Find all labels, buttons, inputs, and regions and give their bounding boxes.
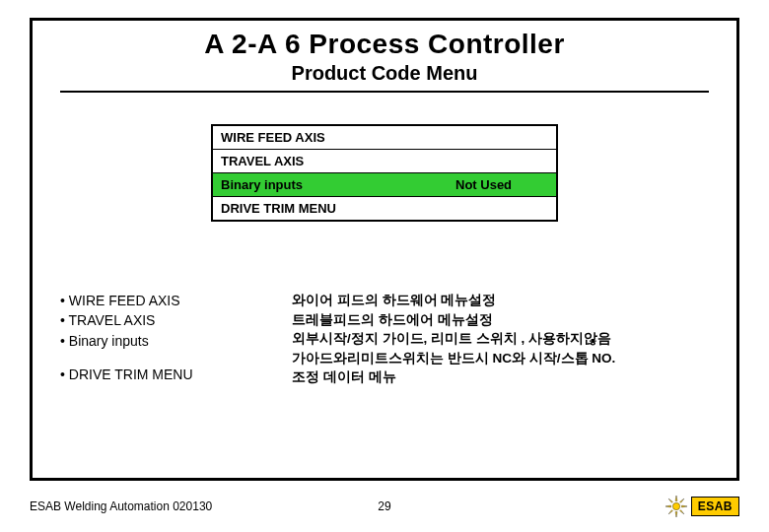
page-number: 29: [355, 499, 414, 513]
page-title: A 2-A 6 Process Controller: [60, 29, 709, 60]
svg-marker-1: [675, 496, 677, 501]
menu-value: [448, 150, 556, 172]
desc-right-line: 조정 데이터 메뉴: [292, 367, 709, 387]
menu-row-drive-trim[interactable]: DRIVE TRIM MENU: [213, 197, 556, 220]
description-block: • WIRE FEED AXIS • TRAVEL AXIS • Binary …: [60, 291, 709, 387]
desc-left-line: • TRAVEL AXIS: [60, 310, 292, 330]
product-code-menu: WIRE FEED AXIS TRAVEL AXIS Binary inputs…: [211, 124, 558, 222]
menu-value: [448, 197, 556, 220]
menu-value: [448, 126, 556, 149]
description-labels: • WIRE FEED AXIS • TRAVEL AXIS • Binary …: [60, 291, 292, 387]
desc-right-line: 트레블피드의 하드에어 메뉴설정: [292, 310, 709, 330]
esab-logo: ESAB: [665, 496, 739, 517]
footer-left-text: ESAB Welding Automation 020130: [30, 499, 355, 513]
desc-left-line: • WIRE FEED AXIS: [60, 291, 292, 310]
title-divider: [60, 91, 709, 93]
description-text: 와이어 피드의 하드웨어 메뉴설정 트레블피드의 하드에어 메뉴설정 외부시작/…: [292, 291, 709, 387]
page-subtitle: Product Code Menu: [60, 62, 709, 85]
menu-label: Binary inputs: [213, 173, 448, 196]
menu-value: Not Used: [448, 173, 556, 196]
desc-right-line: 가아드와리미트스위치는 반드시 NC와 시작/스톱 NO.: [292, 349, 709, 368]
svg-marker-2: [675, 512, 677, 518]
svg-marker-6: [679, 510, 683, 514]
desc-left-gap: [60, 351, 292, 365]
svg-marker-4: [681, 505, 687, 507]
svg-marker-5: [668, 499, 672, 502]
slide-footer: ESAB Welding Automation 020130 29: [30, 489, 739, 524]
menu-row-travel-axis[interactable]: TRAVEL AXIS: [213, 150, 556, 173]
desc-right-line: 와이어 피드의 하드웨어 메뉴설정: [292, 291, 709, 310]
svg-point-0: [672, 502, 679, 509]
menu-row-wire-feed[interactable]: WIRE FEED AXIS: [213, 126, 556, 150]
esab-logo-text: ESAB: [691, 497, 739, 516]
desc-left-line: • DRIVE TRIM MENU: [60, 365, 292, 384]
sun-icon: [665, 496, 687, 517]
svg-marker-7: [679, 499, 683, 502]
svg-marker-8: [668, 510, 672, 514]
desc-left-line: • Binary inputs: [60, 331, 292, 351]
menu-row-binary-inputs[interactable]: Binary inputs Not Used: [213, 173, 556, 197]
svg-marker-3: [665, 505, 671, 507]
desc-right-line: 외부시작/정지 가이드, 리미트 스위치 , 사용하지않음: [292, 329, 709, 349]
menu-label: WIRE FEED AXIS: [213, 126, 448, 149]
menu-label: DRIVE TRIM MENU: [213, 197, 448, 220]
slide-frame: A 2-A 6 Process Controller Product Code …: [30, 18, 739, 481]
menu-label: TRAVEL AXIS: [213, 150, 448, 172]
